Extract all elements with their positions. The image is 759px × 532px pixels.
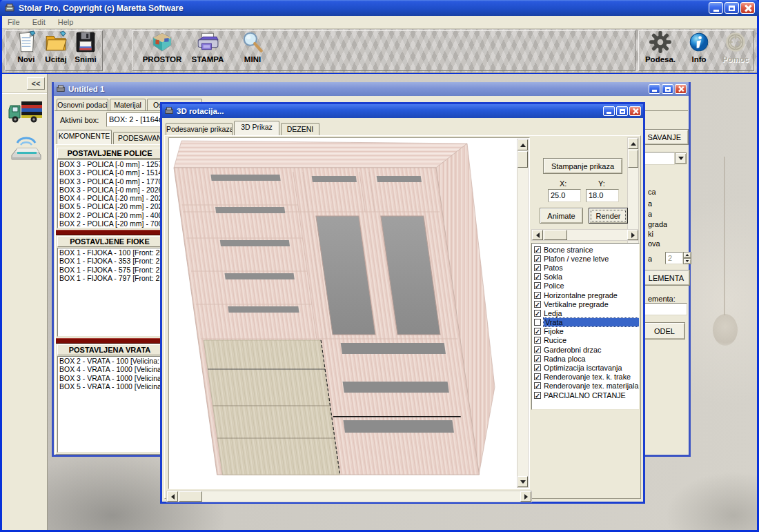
info-button[interactable]: Info [681,30,717,68]
dialog-close-button[interactable] [629,106,641,116]
scroll-right-button[interactable] [520,491,531,502]
option-render-materijala[interactable]: ✓Renderovanje tex. materijala [532,382,639,391]
animate-button[interactable]: Animate [540,208,583,224]
document-window-titlebar[interactable]: Untitled 1 [54,82,689,96]
print-view-button[interactable]: Stampanje prikaza [543,158,622,174]
police-item[interactable]: BOX 4 - POLICA [-20 mm] - 2029 [58,194,161,202]
checkbox-checked-icon[interactable]: ✓ [534,364,541,371]
app-minimize-button[interactable] [709,2,723,14]
scroll-right-button[interactable] [627,230,638,240]
police-list[interactable]: BOX 3 - POLICA [-0 mm] - 1257 BOX 3 - PO… [57,159,162,228]
doc-minimize-button[interactable] [649,84,660,94]
panel-hscrollbar[interactable] [531,229,639,241]
option-patos[interactable]: ✓Patos [532,263,639,272]
menu-edit[interactable]: Edit [32,18,46,26]
option-fijoke[interactable]: ✓Fijoke [532,327,639,336]
dialog-minimize-button[interactable] [603,106,615,116]
checkbox-checked-icon[interactable]: ✓ [534,373,541,380]
checkbox-checked-icon[interactable]: ✓ [534,310,541,317]
save-button[interactable]: Snimi [68,30,103,68]
checkbox-checked-icon[interactable]: ✓ [534,264,541,271]
app-close-button[interactable] [740,2,755,14]
option-plafon[interactable]: ✓Plafon / vezne letve [532,254,639,263]
option-garderobni-drzac[interactable]: ✓Garderobni drzac [532,345,639,354]
fioke-item[interactable]: BOX 1 - FIJOKA - 797 [Front: 218] [58,274,161,282]
option-render-trake[interactable]: ✓Renderovanje tex. k. trake [532,373,639,382]
vrata-item[interactable]: BOX 4 - VRATA - 1000 [Velicina: [58,365,161,373]
menu-file[interactable]: File [8,18,20,26]
fioke-item[interactable]: BOX 1 - FIJOKA - 575 [Front: 218] [58,266,161,274]
tab-dezeni[interactable]: DEZENI [281,123,319,135]
police-item[interactable]: BOX 3 - POLICA [-0 mm] - 1770 [58,177,161,186]
vrata-list[interactable]: BOX 2 - VRATA - 100 [Velicina: 9 BOX 4 -… [57,356,162,453]
option-horizontalne-pregrade[interactable]: ✓Horizontalne pregrade [532,290,639,299]
option-police[interactable]: ✓Police [532,282,639,290]
police-item[interactable]: BOX 3 - POLICA [-0 mm] - 1514 [58,168,161,177]
vrata-item[interactable]: BOX 3 - VRATA - 1000 [Velicina: [58,374,161,382]
scroll-up-button[interactable] [628,138,638,149]
option-sokla[interactable]: ✓Sokla [532,273,639,282]
scroll-left-button[interactable] [167,491,178,502]
checkbox-unchecked-icon[interactable] [534,319,541,326]
scroll-down-button[interactable] [518,476,528,487]
fioke-item[interactable]: BOX 1 - FIJOKA - 100 [Front: 250] [58,248,161,257]
police-item[interactable]: BOX 3 - POLICA [-0 mm] - 1257 [58,160,161,168]
tab-3d-prikaz[interactable]: 3D Prikaz [234,121,279,135]
render-button[interactable]: Render [589,208,628,224]
stampa-button[interactable]: STAMPA [188,30,227,68]
viewport-3d[interactable] [168,137,530,489]
checkbox-checked-icon[interactable]: ✓ [534,346,541,353]
police-item[interactable]: BOX 2 - POLICA [-20 mm] - 700 [58,219,161,228]
checkbox-checked-icon[interactable]: ✓ [534,337,541,344]
tab-komponente[interactable]: KOMPONENTE [57,130,112,144]
checkbox-checked-icon[interactable]: ✓ [534,246,541,253]
viewport-hscrollbar[interactable] [166,491,532,502]
scanner-tool[interactable] [8,133,43,166]
option-rucice[interactable]: ✓Rucice [532,336,639,345]
delivery-truck-tool[interactable] [8,96,43,129]
mini-button[interactable]: MINI [235,30,270,68]
fioke-list[interactable]: BOX 1 - FIJOKA - 100 [Front: 250] BOX 1 … [57,248,162,337]
display-options-list[interactable]: ✓Bocne stranice ✓Plafon / vezne letve ✓P… [531,243,640,410]
police-item[interactable]: BOX 2 - POLICA [-20 mm] - 400 [58,211,161,219]
vrata-item[interactable]: BOX 5 - VRATA - 1000 [Velicina: [58,382,161,391]
scroll-left-button[interactable] [532,230,543,240]
dialog-maximize-button[interactable] [616,106,628,116]
menu-help[interactable]: Help [58,18,74,26]
option-ledja[interactable]: ✓Ledja [532,308,639,317]
option-parcijalno-crtanje[interactable]: ✓PARCIJALNO CRTANJE [532,391,639,400]
tab-podesavanje-prikaza[interactable]: Podesavanje prikaza [166,123,233,135]
vscroll-thumb[interactable] [628,150,638,168]
checkbox-checked-icon[interactable]: ✓ [534,382,541,389]
doc-close-button[interactable] [675,84,687,94]
app-maximize-button[interactable] [724,2,739,14]
fioke-item[interactable]: BOX 1 - FIJOKA - 353 [Front: 218] [58,257,161,265]
option-vertikalne-pregrade[interactable]: ✓Vertikalne pregrade [532,299,639,308]
checkbox-checked-icon[interactable]: ✓ [534,392,541,399]
settings-button[interactable]: Podesa. [642,30,678,68]
hscroll-thumb[interactable] [544,230,567,240]
checkbox-checked-icon[interactable]: ✓ [534,355,541,362]
count-spinner-field[interactable]: 2 [665,252,683,264]
checkbox-checked-icon[interactable]: ✓ [534,328,541,335]
tab-materijal[interactable]: Materijal [110,99,146,111]
option-bocne-stranice[interactable]: ✓Bocne stranice [532,245,639,254]
checkbox-checked-icon[interactable]: ✓ [534,292,541,299]
vrata-item[interactable]: BOX 2 - VRATA - 100 [Velicina: 9 [58,357,161,365]
option-vrata-selected[interactable]: Vrata [532,318,639,327]
vscroll-thumb[interactable] [518,151,528,168]
police-item[interactable]: BOX 3 - POLICA [-0 mm] - 2026 [58,186,161,194]
collapse-sidebar-button[interactable]: << [27,77,45,90]
option-optimizacija[interactable]: ✓Optimizacija iscrtavanja [532,363,639,372]
prostor-button[interactable]: PROSTOR [143,30,181,68]
y-input[interactable]: 18.0 [586,189,619,202]
checkbox-checked-icon[interactable]: ✓ [534,301,541,308]
police-item[interactable]: BOX 5 - POLICA [-20 mm] - 2029 [58,202,161,210]
scroll-up-button[interactable] [518,139,528,150]
checkbox-checked-icon[interactable]: ✓ [534,273,541,280]
spinner-up-button[interactable] [683,252,691,258]
option-radna-ploca[interactable]: ✓Radna ploca [532,354,639,363]
combobox-dropdown-button[interactable] [675,152,687,164]
checkbox-checked-icon[interactable]: ✓ [534,282,541,289]
hscroll-thumb[interactable] [179,491,202,502]
